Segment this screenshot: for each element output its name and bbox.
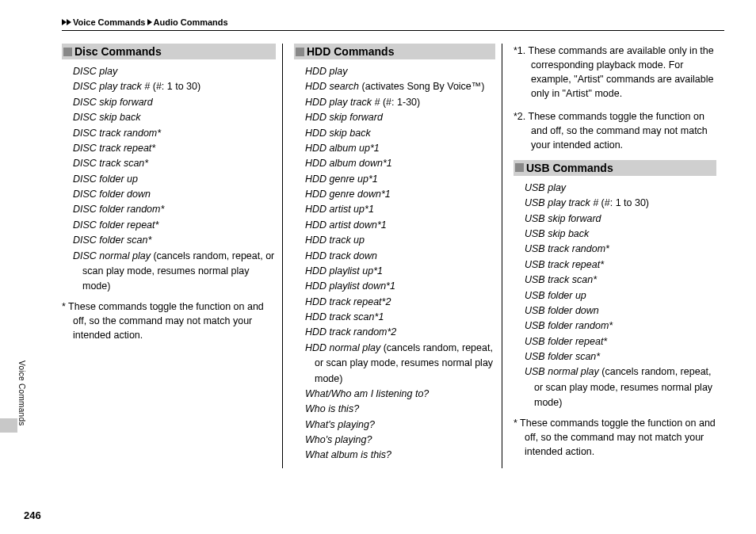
list-item: DISC skip forward: [73, 95, 276, 110]
hdd-heading-text: HDD Commands: [307, 45, 394, 58]
side-tab: [0, 418, 17, 433]
disc-list: DISC playDISC play track # (#: 1 to 30)D…: [73, 64, 276, 295]
list-item: DISC normal play (cancels random, repeat…: [73, 249, 276, 295]
list-item: USB skip forward: [525, 212, 716, 227]
list-item: HDD skip back: [305, 126, 495, 141]
col-hdd: HDD Commands HDD playHDD search (activat…: [282, 44, 502, 468]
breadcrumb-b: Audio Commands: [154, 17, 228, 27]
disc-heading: Disc Commands: [62, 44, 276, 59]
usb-section: USB Commands USB playUSB play track # (#…: [514, 160, 716, 459]
list-item: USB folder scan*: [525, 349, 716, 364]
list-item: HDD playlist up*1: [305, 264, 495, 279]
square-bullet-icon: [515, 163, 524, 172]
list-item: What's playing?: [305, 418, 495, 433]
breadcrumb-arrows-icon: [62, 19, 71, 25]
disc-footnote: * These commands toggle the function on …: [62, 299, 276, 342]
breadcrumb: Voice Commands Audio Commands: [62, 17, 724, 27]
list-item: HDD normal play (cancels random, repeat,…: [305, 341, 495, 387]
col-right: *1. These commands are available only in…: [502, 44, 723, 468]
side-label: Voice Commands: [17, 360, 26, 426]
square-bullet-icon: [63, 48, 72, 56]
col-disc: Disc Commands DISC playDISC play track #…: [62, 44, 282, 468]
list-item: HDD play track # (#: 1-30): [305, 95, 495, 110]
list-item: USB folder down: [525, 303, 716, 318]
list-item: USB track scan*: [525, 273, 716, 288]
list-item: HDD genre down*1: [305, 187, 495, 202]
usb-heading: USB Commands: [514, 160, 716, 176]
list-item: DISC track repeat*: [73, 141, 276, 156]
list-item: USB track repeat*: [525, 257, 716, 273]
list-item: HDD track up: [305, 233, 495, 248]
square-bullet-icon: [296, 48, 304, 56]
list-item: HDD artist up*1: [305, 202, 495, 217]
list-item: Who's playing?: [305, 433, 495, 448]
list-item: HDD album up*1: [305, 141, 495, 156]
list-item: DISC track scan*: [73, 156, 276, 171]
list-item: DISC folder scan*: [73, 233, 276, 248]
list-item: DISC folder up: [73, 172, 276, 187]
list-item: USB play: [525, 181, 716, 196]
note-2: *2. These commands toggle the function o…: [514, 109, 716, 152]
list-item: DISC folder down: [73, 187, 276, 202]
list-item: DISC folder random*: [73, 202, 276, 217]
list-item: DISC play track # (#: 1 to 30): [73, 79, 276, 94]
list-item: Who is this?: [305, 402, 495, 417]
breadcrumb-a: Voice Commands: [73, 17, 146, 27]
list-item: HDD skip forward: [305, 110, 495, 125]
hdd-list: HDD playHDD search (activates Song By Vo…: [305, 64, 495, 463]
list-item: What album is this?: [305, 448, 495, 463]
list-item: HDD play: [305, 64, 495, 79]
list-item: USB track random*: [525, 242, 716, 257]
list-item: HDD playlist down*1: [305, 279, 495, 294]
list-item: USB folder random*: [525, 318, 716, 334]
list-item: USB play track # (#: 1 to 30): [525, 196, 716, 211]
list-item: DISC track random*: [73, 126, 276, 141]
list-item: HDD genre up*1: [305, 172, 495, 187]
list-item: DISC folder repeat*: [73, 218, 276, 233]
list-item: HDD track down: [305, 249, 495, 264]
content-columns: Disc Commands DISC playDISC play track #…: [62, 44, 724, 468]
disc-heading-text: Disc Commands: [74, 45, 162, 58]
list-item: HDD artist down*1: [305, 218, 495, 233]
list-item: DISC play: [73, 64, 276, 79]
list-item: What/Who am I listening to?: [305, 387, 495, 402]
usb-heading-text: USB Commands: [526, 162, 613, 174]
page: Voice Commands Audio Commands Disc Comma…: [0, 0, 756, 534]
page-number: 246: [24, 509, 41, 521]
list-item: HDD search (activates Song By Voice™): [305, 79, 495, 94]
list-item: HDD track random*2: [305, 325, 495, 340]
list-item: HDD album down*1: [305, 156, 495, 171]
list-item: DISC skip back: [73, 110, 276, 125]
list-item: HDD track scan*1: [305, 310, 495, 325]
usb-footnote: * These commands toggle the function on …: [514, 416, 716, 459]
list-item: USB folder up: [525, 288, 716, 303]
list-item: HDD track repeat*2: [305, 295, 495, 310]
list-item: USB normal play (cancels random, repeat,…: [525, 364, 716, 410]
header-rule: [62, 30, 724, 31]
note-1: *1. These commands are available only in…: [514, 44, 716, 101]
breadcrumb-sep-icon: [147, 19, 152, 25]
list-item: USB folder repeat*: [525, 334, 716, 349]
hdd-heading: HDD Commands: [294, 44, 495, 59]
list-item: USB skip back: [525, 227, 716, 242]
usb-list: USB playUSB play track # (#: 1 to 30)USB…: [525, 181, 716, 411]
